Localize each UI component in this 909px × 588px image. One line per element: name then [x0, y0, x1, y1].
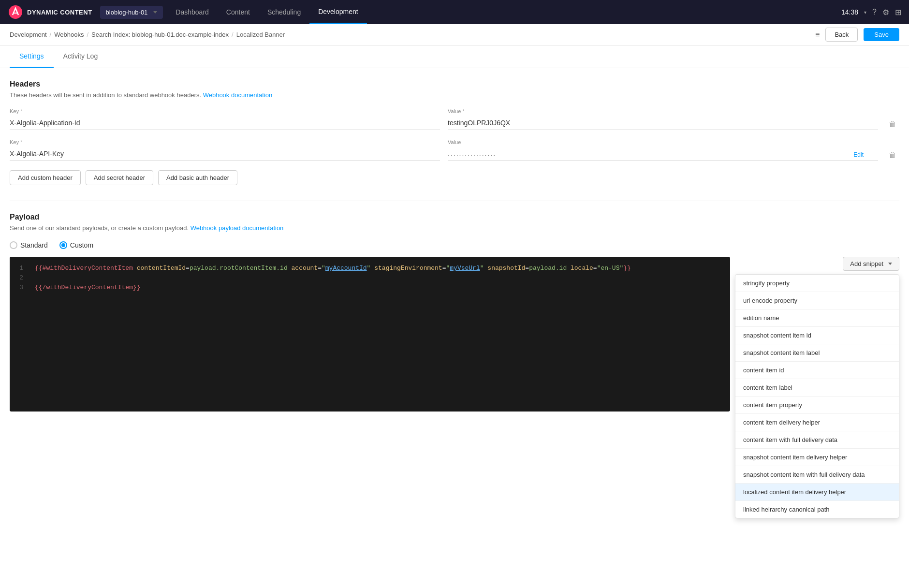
radio-custom-label: Custom	[70, 241, 93, 249]
nav-item-dashboard[interactable]: Dashboard	[167, 0, 218, 24]
payload-radio-group: Standard Custom	[10, 241, 899, 249]
value-input-2[interactable]	[448, 147, 878, 161]
add-secret-header-button[interactable]: Add secret header	[86, 170, 153, 185]
edit-secret-value[interactable]: Edit	[853, 151, 864, 158]
key-field-2: Key *	[10, 139, 440, 161]
code-editor-container: 1 2 3 {{#withDeliveryContentItem content…	[10, 257, 730, 412]
key-input-2[interactable]	[10, 147, 440, 161]
tab-activity-log[interactable]: Activity Log	[54, 45, 108, 68]
value-label-1: Value *	[448, 108, 878, 114]
breadcrumb-sep-3: /	[232, 31, 234, 38]
nav-item-content[interactable]: Content	[218, 0, 259, 24]
snippet-item-content-property[interactable]: content item property	[735, 397, 899, 414]
breadcrumb-current: Localized Banner	[236, 31, 285, 38]
hub-dropdown-icon	[153, 11, 157, 14]
breadcrumb-development[interactable]: Development	[10, 31, 47, 38]
line-num-3: 3	[15, 283, 23, 293]
save-button[interactable]: Save	[864, 28, 899, 41]
snippet-item-snapshot-delivery-helper[interactable]: snapshot content item delivery helper	[735, 449, 899, 466]
snippet-item-content-id[interactable]: content item id	[735, 362, 899, 379]
headers-title: Headers	[10, 80, 899, 88]
settings-icon[interactable]: ⚙	[882, 8, 889, 17]
back-button[interactable]: Back	[825, 28, 858, 42]
radio-custom[interactable]: Custom	[59, 241, 93, 249]
logo-icon	[8, 4, 23, 20]
snippet-item-stringify[interactable]: stringify property	[735, 275, 899, 292]
nav-item-development[interactable]: Development	[309, 0, 367, 24]
payload-desc-text: Send one of our standard payloads, or cr…	[10, 224, 191, 232]
snippet-item-content-full-data[interactable]: content item with full delivery data	[735, 431, 899, 449]
trash-icon-2: 🗑	[889, 151, 896, 159]
editor-wrapper: Add snippet 1 2 3 {{#withDeliveryContent…	[10, 257, 899, 412]
snippet-item-snapshot-full-data[interactable]: snapshot content item with full delivery…	[735, 466, 899, 484]
snippet-item-content-label[interactable]: content item label	[735, 379, 899, 397]
snippet-dropdown: stringify property url encode property e…	[735, 274, 899, 518]
help-icon[interactable]: ?	[872, 8, 877, 16]
line-numbers: 1 2 3	[10, 257, 29, 412]
payload-doc-link[interactable]: Webhook payload documentation	[191, 224, 284, 232]
key-field-1: Key *	[10, 108, 440, 130]
value-input-1[interactable]	[448, 116, 878, 130]
tabs-bar: Settings Activity Log	[0, 45, 909, 68]
webhook-doc-link[interactable]: Webhook documentation	[203, 91, 273, 99]
top-navigation: DYNAMIC CONTENT bloblog-hub-01 Dashboard…	[0, 0, 909, 24]
snippet-item-url-encode[interactable]: url encode property	[735, 292, 899, 309]
hub-selector[interactable]: bloblog-hub-01	[100, 6, 163, 19]
snippet-item-edition-name[interactable]: edition name	[735, 309, 899, 327]
value-field-1: Value *	[448, 108, 878, 130]
breadcrumb-sep-2: /	[87, 31, 88, 38]
breadcrumb-webhooks[interactable]: Webhooks	[54, 31, 84, 38]
snippet-item-linked-hierarchy[interactable]: linked heirarchy canonical path	[735, 501, 899, 518]
breadcrumb-bar: Development / Webhooks / Search Index: b…	[0, 24, 909, 45]
key-input-1[interactable]	[10, 116, 440, 130]
radio-standard-label: Standard	[20, 241, 48, 249]
header-field-row-2: Key * Value Edit 🗑	[10, 139, 899, 162]
snippet-item-localized-delivery-helper[interactable]: localized content item delivery helper	[735, 484, 899, 501]
chevron-time-icon: ▾	[864, 10, 866, 15]
radio-custom-circle	[59, 241, 67, 249]
snippet-item-snapshot-label[interactable]: snapshot content item label	[735, 344, 899, 362]
add-custom-header-button[interactable]: Add custom header	[10, 170, 81, 185]
radio-standard-circle	[10, 241, 17, 249]
headers-desc: These headers will be sent in addition t…	[10, 91, 899, 99]
breadcrumb-index[interactable]: Search Index: bloblog-hub-01.doc-example…	[91, 31, 229, 38]
delete-header-1[interactable]: 🗑	[886, 117, 899, 132]
nav-right: 14:38 ▾ ? ⚙ ⊞	[841, 8, 901, 17]
headers-section: Headers These headers will be sent in ad…	[10, 80, 899, 185]
breadcrumb-sep-1: /	[50, 31, 52, 38]
value-label-2: Value	[448, 139, 878, 145]
code-content[interactable]: {{#withDeliveryContentItem contentItemId…	[29, 257, 730, 412]
key-label-2: Key *	[10, 139, 440, 145]
tab-settings[interactable]: Settings	[10, 45, 54, 68]
header-action-buttons: Add custom header Add secret header Add …	[10, 170, 899, 185]
payload-section: Payload Send one of our standard payload…	[10, 213, 899, 412]
hub-name: bloblog-hub-01	[106, 9, 148, 16]
main-content: Headers These headers will be sent in ad…	[0, 68, 909, 588]
grid-icon[interactable]: ⊞	[895, 8, 901, 17]
radio-standard[interactable]: Standard	[10, 241, 48, 249]
nav-item-scheduling[interactable]: Scheduling	[259, 0, 309, 24]
list-icon[interactable]: ≡	[815, 30, 820, 39]
code-editor[interactable]: 1 2 3 {{#withDeliveryContentItem content…	[10, 257, 730, 412]
add-snippet-label: Add snippet	[850, 260, 883, 267]
nav-time: 14:38	[841, 8, 858, 16]
snippet-item-snapshot-id[interactable]: snapshot content item id	[735, 327, 899, 344]
add-snippet-button[interactable]: Add snippet	[843, 257, 899, 271]
trash-icon-1: 🗑	[889, 120, 896, 128]
payload-title: Payload	[10, 213, 899, 221]
snippet-item-content-delivery-helper[interactable]: content item delivery helper	[735, 414, 899, 431]
add-basic-auth-header-button[interactable]: Add basic auth header	[158, 170, 237, 185]
breadcrumb-actions: ≡ Back Save	[815, 28, 899, 42]
delete-header-2[interactable]: 🗑	[886, 148, 899, 162]
logo-text: DYNAMIC CONTENT	[27, 9, 92, 16]
nav-items: Dashboard Content Scheduling Development	[167, 0, 841, 24]
value-field-2: Value Edit	[448, 139, 878, 161]
logo-area: DYNAMIC CONTENT	[8, 4, 92, 20]
key-label-1: Key *	[10, 108, 440, 114]
breadcrumb: Development / Webhooks / Search Index: b…	[10, 31, 285, 38]
header-field-row-1: Key * Value * 🗑	[10, 108, 899, 132]
line-num-2: 2	[15, 273, 23, 283]
payload-desc: Send one of our standard payloads, or cr…	[10, 224, 899, 232]
line-num-1: 1	[15, 264, 23, 273]
section-divider	[10, 201, 899, 201]
